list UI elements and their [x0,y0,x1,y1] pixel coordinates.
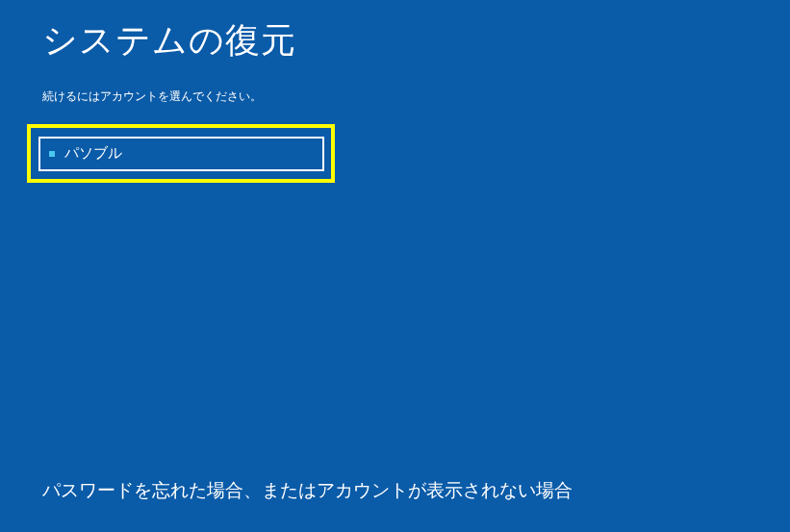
highlight-frame: パソブル [27,124,335,183]
user-icon [49,151,55,157]
page-title: システムの復元 [42,17,296,64]
account-select-item[interactable]: パソブル [38,137,324,171]
account-label: パソブル [64,144,122,163]
instruction-text: 続けるにはアカウントを選んでください。 [42,89,262,105]
forgot-password-link[interactable]: パスワードを忘れた場合、またはアカウントが表示されない場合 [42,478,573,503]
